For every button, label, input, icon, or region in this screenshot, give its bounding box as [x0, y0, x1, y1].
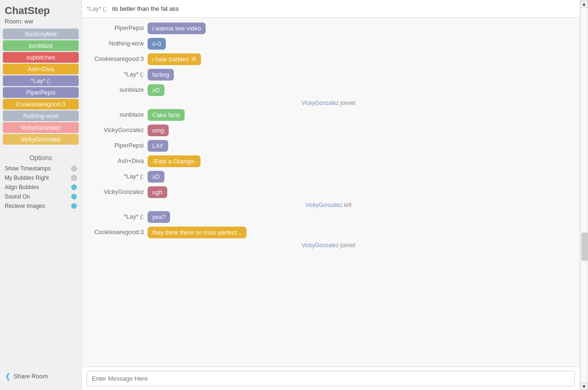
- system-username: VickyGonzalez: [302, 242, 339, 249]
- user-item[interactable]: PiperPepsi: [3, 87, 79, 98]
- system-action: left: [342, 202, 351, 208]
- message-row: *Lay* (:yea?: [82, 211, 575, 223]
- message-bubble: ugh: [148, 186, 167, 198]
- message-row: PiperPepsiLAY: [82, 140, 575, 152]
- message-row: Cookiesaregood:3i hate barbies :P: [82, 53, 575, 65]
- message-row: PiperPepsii wanna see video: [82, 22, 575, 34]
- message-bubble: -Eats a Orange-: [148, 155, 201, 167]
- message-row: Nothing-wzwo-0: [82, 38, 575, 50]
- system-message: VickyGonzalez joined: [82, 100, 575, 106]
- options-section: Options Show TimestampsMy Bubbles RightA…: [0, 154, 82, 212]
- user-item[interactable]: VickyGonzalez: [3, 122, 79, 133]
- message-row: *Lay* (:farting: [82, 69, 575, 81]
- message-username: VickyGonzalez: [87, 186, 148, 195]
- message-bubble: i hate barbies :P: [148, 53, 201, 65]
- system-action: joined: [339, 100, 355, 106]
- system-action: joined: [339, 242, 355, 249]
- message-bubble: xD: [148, 84, 164, 96]
- message-username: Ash+Diva: [87, 155, 148, 164]
- scroll-track: [581, 7, 588, 383]
- message-username: VickyGonzalez: [87, 125, 148, 133]
- system-username: VickyGonzalez: [302, 100, 339, 106]
- message-username: *Lay* (:: [87, 69, 148, 78]
- message-row: VickyGonzalezomg: [82, 125, 575, 136]
- user-item[interactable]: Cookiesaregood:3: [3, 99, 79, 110]
- topbar-input[interactable]: [112, 5, 575, 12]
- message-username: Cookiesaregood:3: [87, 53, 148, 62]
- user-item[interactable]: Suckmyfeet: [3, 29, 79, 39]
- message-username: PiperPepsi: [87, 22, 148, 31]
- option-row: My Bubbles Right: [5, 175, 77, 181]
- user-item[interactable]: Nothing-wzw: [3, 110, 79, 121]
- options-title: Options: [5, 154, 77, 162]
- message-bubble: they think there so miss perfect ..: [148, 227, 246, 238]
- user-item[interactable]: supbitches: [3, 52, 79, 63]
- user-item[interactable]: *Lay* (:: [3, 75, 79, 86]
- scroll-thumb[interactable]: [581, 233, 588, 261]
- share-room-button[interactable]: ❰ Share Room: [0, 367, 82, 385]
- user-list: SuckmyfeetsunblazesupbitchesAsh+Diva*Lay…: [0, 29, 82, 145]
- message-row: sunblazexD: [82, 84, 575, 96]
- chat-area: PiperPepsii wanna see videoNothing-wzwo-…: [82, 18, 580, 367]
- message-bubble: Cake farts: [148, 109, 185, 121]
- message-row: Ash+Diva-Eats a Orange-: [82, 155, 575, 167]
- message-row: VickyGonzalezugh: [82, 186, 575, 198]
- message-username: Cookiesaregood:3: [87, 227, 148, 235]
- scroll-up-button[interactable]: ▲: [581, 0, 588, 7]
- message-row: sunblazeCake farts: [82, 109, 575, 121]
- message-username: PiperPepsi: [87, 140, 148, 149]
- scrollbar-area: ▲ ▼: [580, 0, 588, 390]
- option-toggle[interactable]: [71, 166, 77, 171]
- message-bubble: xD: [148, 171, 164, 183]
- app-title: ChatStep: [0, 5, 82, 18]
- message-bubble: o-0: [148, 38, 166, 50]
- option-label: Recieve Images: [5, 203, 45, 209]
- option-label: Show Timestamps: [5, 165, 51, 172]
- room-label: Room: ww: [0, 18, 82, 29]
- option-toggle[interactable]: [71, 194, 77, 199]
- message-username: *Lay* (:: [87, 171, 148, 180]
- system-message: VickyGonzalez joined: [82, 242, 575, 249]
- main-area: *Lay* (:: PiperPepsii wanna see videoNot…: [82, 0, 580, 390]
- message-row: *Lay* (:xD: [82, 171, 575, 183]
- message-bubble: LAY: [148, 140, 168, 152]
- message-bubble: omg: [148, 125, 169, 136]
- message-bubble: i wanna see video: [148, 22, 206, 34]
- option-row: Align Bubbles: [5, 184, 77, 191]
- message-username: sunblaze: [87, 84, 148, 93]
- message-username: sunblaze: [87, 109, 148, 118]
- message-bubble: farting: [148, 69, 174, 81]
- scroll-down-button[interactable]: ▼: [581, 383, 588, 390]
- option-row: Show Timestamps: [5, 165, 77, 172]
- message-username: Nothing-wzw: [87, 38, 148, 47]
- message-input[interactable]: [87, 371, 575, 386]
- option-label: My Bubbles Right: [5, 175, 49, 181]
- message-row: Cookiesaregood:3they think there so miss…: [82, 227, 575, 238]
- share-room-label: Share Room: [14, 373, 48, 380]
- bottom-bar: [82, 367, 580, 390]
- user-item[interactable]: VickyGonzalez: [3, 134, 79, 145]
- message-bubble: yea?: [148, 211, 170, 223]
- option-label: Sound On: [5, 193, 30, 200]
- sidebar: ChatStep Room: ww Suckmyfeetsunblazesupb…: [0, 0, 82, 390]
- system-message: VickyGonzalez left: [82, 202, 575, 208]
- user-item[interactable]: sunblaze: [3, 40, 79, 51]
- option-toggle[interactable]: [71, 203, 77, 209]
- message-username: *Lay* (:: [87, 211, 148, 220]
- options-list: Show TimestampsMy Bubbles RightAlign Bub…: [5, 165, 77, 209]
- share-icon: ❰: [5, 372, 11, 381]
- user-item[interactable]: Ash+Diva: [3, 64, 79, 74]
- option-toggle[interactable]: [71, 175, 77, 181]
- topbar-username: *Lay* (::: [87, 5, 108, 12]
- system-username: VickyGonzalez: [305, 202, 342, 208]
- top-bar: *Lay* (::: [82, 0, 580, 18]
- option-toggle[interactable]: [71, 184, 77, 190]
- option-row: Sound On: [5, 193, 77, 200]
- option-label: Align Bubbles: [5, 184, 39, 191]
- option-row: Recieve Images: [5, 203, 77, 209]
